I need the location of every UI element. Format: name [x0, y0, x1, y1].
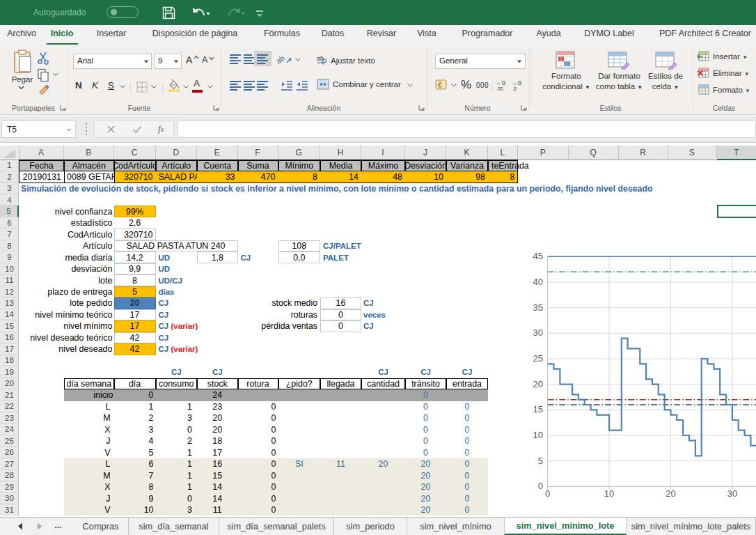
svg-text:ab: ab	[317, 55, 324, 62]
svg-text:5: 5	[538, 456, 543, 466]
svg-text:40: 40	[533, 277, 543, 287]
svg-text:10: 10	[604, 488, 614, 499]
svg-text:,0: ,0	[512, 86, 517, 91]
svg-text:35: 35	[533, 302, 543, 313]
svg-text:ab: ab	[277, 54, 286, 65]
svg-text:20: 20	[533, 379, 543, 389]
svg-text:0: 0	[545, 488, 550, 499]
svg-text:←0: ←0	[496, 79, 505, 86]
svg-text:45: 45	[533, 251, 543, 261]
svg-text:10: 10	[533, 430, 543, 440]
svg-text:,00: ,00	[496, 86, 503, 91]
svg-text:€: €	[438, 82, 442, 89]
svg-text:30: 30	[727, 488, 737, 499]
svg-text:15: 15	[533, 404, 543, 414]
svg-text:30: 30	[533, 327, 543, 338]
svg-text:0: 0	[538, 481, 543, 491]
svg-text:→0: →0	[512, 79, 521, 86]
svg-text:25: 25	[533, 353, 543, 364]
svg-text:20: 20	[666, 488, 675, 499]
